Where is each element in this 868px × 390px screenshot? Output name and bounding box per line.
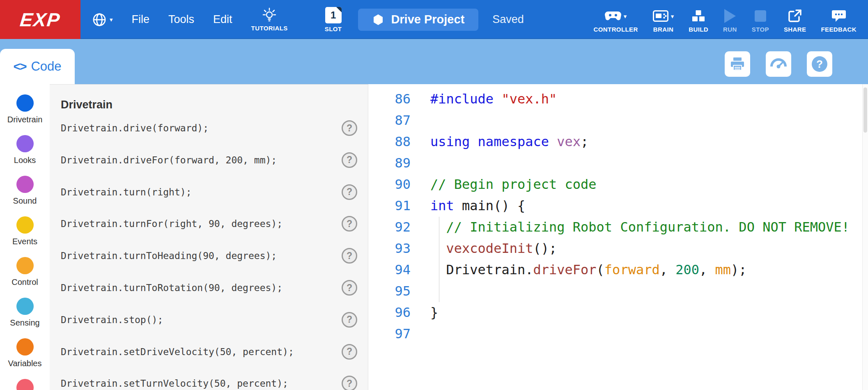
code-line[interactable]: 94 Drivetrain.driveFor(forward, 200, mm)…	[368, 259, 862, 280]
command-item[interactable]: Drivetrain.setDriveVelocity(50, percent)…	[61, 343, 357, 361]
code-line[interactable]: 93 vexcodeInit();	[368, 238, 862, 259]
command-item[interactable]: Drivetrain.turnToHeading(90, degrees);?	[61, 247, 357, 265]
code-line[interactable]: 97	[368, 323, 862, 344]
menu-file[interactable]: File	[132, 13, 150, 26]
menu-tools[interactable]: Tools	[168, 13, 194, 26]
feedback-button[interactable]: FEEDBACK	[821, 6, 857, 33]
controller-button[interactable]: ▾ CONTROLLER	[594, 6, 638, 33]
secondary-toolbar: <> Code ?	[0, 39, 868, 84]
command-help-button[interactable]: ?	[342, 280, 357, 296]
command-help-button[interactable]: ?	[342, 248, 357, 264]
code-line[interactable]: 87	[368, 110, 862, 131]
sidebar-category-events[interactable]: Events	[0, 216, 50, 246]
category-label: Events	[12, 237, 37, 246]
code-editor[interactable]: 86#include "vex.h"8788using namespace ve…	[368, 84, 868, 390]
code-line[interactable]: 90// Begin project code	[368, 174, 862, 195]
line-number: 87	[368, 112, 411, 128]
code-tab-label: Code	[31, 59, 61, 74]
print-button[interactable]	[725, 51, 750, 77]
command-item[interactable]: Drivetrain.drive(forward);?	[61, 119, 357, 137]
printer-icon	[730, 57, 745, 71]
top-navigation-bar: EXP ▾ File Tools Edit TUTORIALS	[0, 0, 868, 39]
category-circle-icon[interactable]	[16, 338, 34, 356]
code-text: }	[430, 305, 438, 320]
code-line[interactable]: 88using namespace vex;	[368, 131, 862, 152]
code-line[interactable]: 91int main() {	[368, 195, 862, 216]
brain-label: BRAIN	[653, 26, 674, 33]
sidebar-category-8[interactable]	[0, 379, 50, 390]
code-line[interactable]: 95	[368, 280, 862, 302]
command-item[interactable]: Drivetrain.turnFor(right, 90, degrees);?	[61, 215, 357, 233]
toolbar-right-cluster: ▾ CONTROLLER ▾ BRAIN	[586, 0, 864, 39]
language-selector[interactable]: ▾	[92, 12, 113, 27]
stop-icon	[755, 10, 766, 22]
sidebar-category-sound[interactable]: Sound	[0, 176, 50, 206]
brain-button[interactable]: ▾ BRAIN	[653, 6, 674, 33]
sidebar-category-looks[interactable]: Looks	[0, 135, 50, 165]
run-label: RUN	[723, 26, 737, 33]
command-text: Drivetrain.driveFor(forward, 200, mm);	[61, 155, 342, 165]
code-line[interactable]: 89	[368, 152, 862, 174]
command-text: Drivetrain.turn(right);	[61, 187, 342, 197]
code-line[interactable]: 92 // Initializing Robot Configuration. …	[368, 216, 862, 238]
category-circle-icon[interactable]	[16, 135, 34, 152]
scrollbar-thumb[interactable]	[863, 87, 867, 133]
line-number: 97	[368, 326, 411, 342]
code-line[interactable]: 86#include "vex.h"	[368, 88, 862, 110]
code-lines: 86#include "vex.h"8788using namespace ve…	[368, 88, 862, 344]
build-blocks-icon	[691, 10, 705, 22]
feedback-bubble-icon	[831, 10, 846, 22]
sidebar-category-drivetrain[interactable]: Drivetrain	[0, 94, 50, 124]
command-help-button[interactable]: ?	[342, 312, 357, 328]
run-button[interactable]: RUN	[723, 6, 737, 33]
slot-button[interactable]: 1 SLOT	[325, 7, 342, 32]
command-item[interactable]: Drivetrain.turnToRotation(90, degrees);?	[61, 279, 357, 297]
command-help-button[interactable]: ?	[342, 184, 357, 200]
code-text: vexcodeInit();	[430, 241, 557, 256]
build-button[interactable]: BUILD	[689, 6, 708, 33]
share-button[interactable]: SHARE	[784, 6, 806, 33]
line-number: 91	[368, 198, 411, 213]
category-circle-icon[interactable]	[16, 379, 34, 390]
menu-edit[interactable]: Edit	[213, 13, 232, 26]
help-button[interactable]: ?	[807, 51, 832, 77]
sidebar-category-sensing[interactable]: Sensing	[0, 298, 50, 328]
sidebar-category-control[interactable]: Control	[0, 257, 50, 287]
command-help-button[interactable]: ?	[342, 344, 357, 360]
tutorials-button[interactable]: TUTORIALS	[251, 8, 288, 32]
category-circle-icon[interactable]	[16, 298, 34, 315]
line-number: 92	[368, 219, 411, 235]
line-number: 88	[368, 134, 411, 149]
gauge-icon	[770, 57, 787, 71]
globe-icon	[92, 12, 107, 27]
editor-scrollbar[interactable]	[862, 84, 868, 390]
controller-icon	[605, 11, 621, 21]
category-label: Control	[11, 278, 38, 287]
command-item[interactable]: Drivetrain.turn(right);?	[61, 183, 357, 201]
command-help-button[interactable]: ?	[342, 216, 357, 232]
command-text: Drivetrain.turnFor(right, 90, degrees);	[61, 218, 342, 229]
line-number: 86	[368, 91, 411, 107]
command-help-button[interactable]: ?	[342, 376, 357, 390]
project-name-button[interactable]: Drive Project	[358, 9, 478, 31]
category-circle-icon[interactable]	[16, 176, 34, 193]
category-label: Variables	[8, 359, 42, 368]
sidebar-category-variables[interactable]: Variables	[0, 338, 50, 368]
command-text: Drivetrain.drive(forward);	[61, 123, 342, 133]
category-circle-icon[interactable]	[16, 94, 34, 112]
command-help-button[interactable]: ?	[342, 152, 357, 168]
command-item[interactable]: Drivetrain.stop();?	[61, 311, 357, 329]
category-label: Looks	[14, 156, 36, 165]
code-brackets-icon: <>	[13, 60, 26, 73]
category-circle-icon[interactable]	[16, 257, 34, 274]
chevron-down-icon: ▾	[110, 16, 113, 23]
stop-button[interactable]: STOP	[752, 6, 769, 33]
dashboard-button[interactable]	[766, 51, 791, 77]
command-item[interactable]: Drivetrain.driveFor(forward, 200, mm);?	[61, 151, 357, 169]
code-line[interactable]: 96}	[368, 302, 862, 323]
category-circle-icon[interactable]	[16, 216, 34, 234]
tab-code[interactable]: <> Code	[0, 49, 75, 84]
command-item[interactable]: Drivetrain.setTurnVelocity(50, percent);…	[61, 374, 357, 390]
line-number: 93	[368, 241, 411, 256]
command-help-button[interactable]: ?	[342, 120, 357, 136]
